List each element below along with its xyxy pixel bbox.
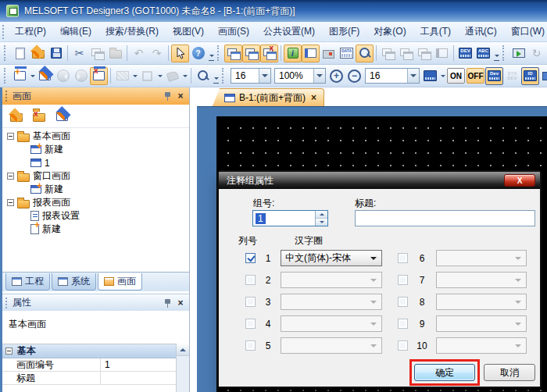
menu-object[interactable]: 对象(O) xyxy=(366,22,413,41)
preview-button[interactable] xyxy=(194,67,212,85)
menu-common-settings[interactable]: 公共设置(M) xyxy=(256,22,322,41)
back-screen-view-button[interactable] xyxy=(242,45,260,62)
toolbar-grip[interactable] xyxy=(222,68,227,84)
column-font-combo[interactable] xyxy=(436,294,527,310)
prop-value[interactable]: 1 xyxy=(101,358,176,371)
new-screen-dropdown[interactable] xyxy=(29,68,36,84)
new-screen-button[interactable] xyxy=(11,67,29,85)
toolbar-grip[interactable] xyxy=(4,68,9,84)
pin-icon[interactable] xyxy=(163,298,172,308)
close-screen-button[interactable] xyxy=(90,67,108,85)
spinner-up-icon[interactable] xyxy=(316,211,327,219)
close-icon[interactable]: × xyxy=(175,298,186,308)
chevron-down-icon[interactable] xyxy=(313,69,325,83)
tree-item-new-base[interactable]: 新建 xyxy=(2,143,189,156)
forward-button[interactable] xyxy=(72,67,90,85)
menubar-grip[interactable] xyxy=(2,25,8,39)
pattern-dropdown[interactable] xyxy=(131,68,138,84)
close-icon[interactable]: × xyxy=(175,91,186,102)
copy-button[interactable] xyxy=(88,45,106,62)
editor-tab-b1[interactable]: B-1:(前面+背面) × xyxy=(213,88,324,106)
station-setting-button[interactable] xyxy=(320,45,338,62)
column-font-combo[interactable] xyxy=(281,315,382,332)
tree-item-window-screen[interactable]: 窗口画面 xyxy=(2,169,189,183)
properties-scrollbar[interactable] xyxy=(176,344,189,392)
menu-edit[interactable]: 编辑(E) xyxy=(53,22,98,41)
device-display-button[interactable]: Dev xyxy=(485,67,503,85)
menu-figure[interactable]: 图形(F) xyxy=(322,22,366,41)
toolbar-grip[interactable] xyxy=(502,45,507,61)
delete-screen-button[interactable] xyxy=(30,107,48,125)
column-enable-checkbox[interactable] xyxy=(398,275,408,285)
prop-value[interactable] xyxy=(101,372,176,384)
library-button[interactable] xyxy=(302,45,320,62)
save-project-button[interactable] xyxy=(47,45,65,62)
column-font-combo[interactable] xyxy=(436,315,527,332)
fill-color-button[interactable] xyxy=(163,67,181,85)
titlebar[interactable]: MELSOFT GT Designer3 (GOT1000) 未命名8 - [B… xyxy=(0,0,547,22)
tab-close-icon[interactable]: × xyxy=(311,92,316,103)
open-project-button[interactable] xyxy=(29,45,47,62)
column-enable-checkbox[interactable] xyxy=(398,297,408,307)
tab-project[interactable]: 工程 xyxy=(5,273,50,290)
prop-row-screen-number[interactable]: 画面编号 1 xyxy=(2,358,176,372)
spinner-down-icon[interactable] xyxy=(316,219,327,226)
toolbar-overflow-button[interactable] xyxy=(212,68,220,84)
front-screen-view-button[interactable] xyxy=(224,45,242,62)
frame-color-button[interactable] xyxy=(138,67,156,85)
pattern-button[interactable] xyxy=(113,67,131,85)
tree-item-new-window[interactable]: 新建 xyxy=(2,183,189,196)
column-font-combo[interactable] xyxy=(436,250,527,266)
collapse-icon[interactable] xyxy=(7,199,14,206)
chevron-down-icon[interactable] xyxy=(407,69,419,83)
object-info-button[interactable]: i xyxy=(284,45,302,62)
column-enable-checkbox[interactable] xyxy=(398,319,408,329)
column-enable-checkbox[interactable] xyxy=(398,253,408,263)
tile-windows-button[interactable] xyxy=(379,45,397,62)
screen-view-settings-button[interactable] xyxy=(260,45,278,62)
column-enable-checkbox[interactable] xyxy=(398,340,408,351)
id-display-button[interactable]: ID xyxy=(521,67,539,85)
paste-button[interactable] xyxy=(106,45,124,62)
prop-row-title[interactable]: 标题 xyxy=(2,372,176,385)
open-screen-button[interactable] xyxy=(36,67,54,85)
zoom-in-button[interactable]: + xyxy=(327,67,345,85)
frame-color-dropdown[interactable] xyxy=(156,68,163,84)
toolbar-grip[interactable] xyxy=(217,45,222,61)
collapse-icon[interactable] xyxy=(5,347,13,355)
simulator-update-button[interactable]: ↻ xyxy=(527,45,545,62)
column-enable-checkbox[interactable] xyxy=(245,340,256,351)
grid-on-button[interactable]: ON xyxy=(447,68,465,84)
column-font-combo[interactable] xyxy=(281,337,382,354)
chevron-down-icon[interactable] xyxy=(259,69,270,83)
tree-item-report-settings[interactable]: 报表设置 xyxy=(2,209,189,223)
tree-item-report-screen[interactable]: 报表画面 xyxy=(2,196,189,209)
tab-system[interactable]: 系统 xyxy=(52,273,96,290)
zoom-combo[interactable]: 100% xyxy=(274,68,326,84)
tab-screen[interactable]: 画面 xyxy=(98,273,142,290)
font-size-combo[interactable]: 16 xyxy=(231,68,271,84)
column-enable-checkbox[interactable] xyxy=(245,319,256,329)
tree-item-new-report[interactable]: 新建 xyxy=(2,223,189,236)
open-screen-tree-button[interactable] xyxy=(7,107,26,125)
zoom-out-button[interactable]: − xyxy=(345,67,363,85)
redo-button[interactable]: ↷ xyxy=(148,45,166,62)
column-font-combo[interactable] xyxy=(281,294,382,310)
sysdev-display-button[interactable]: SYSDEV xyxy=(503,67,521,85)
device-list-button[interactable]: DEV xyxy=(456,45,474,62)
column-enable-checkbox[interactable] xyxy=(245,253,256,263)
keyboard-button[interactable] xyxy=(421,67,439,85)
collapse-icon[interactable] xyxy=(7,133,14,140)
title-input[interactable] xyxy=(355,210,535,226)
cascade-windows-button[interactable] xyxy=(397,45,415,62)
collapse-icon[interactable] xyxy=(7,173,14,180)
toolbar-grip[interactable] xyxy=(4,45,9,61)
arrange-windows-button[interactable] xyxy=(415,45,433,62)
back-button[interactable] xyxy=(54,67,72,85)
column-enable-checkbox[interactable] xyxy=(245,297,256,307)
scroll-up-icon[interactable] xyxy=(177,344,189,356)
dialog-close-button[interactable]: X xyxy=(504,174,535,187)
menu-communication[interactable]: 通讯(C) xyxy=(458,22,504,41)
cancel-button[interactable]: 取消 xyxy=(484,364,535,381)
help-button[interactable]: ? xyxy=(189,45,207,62)
